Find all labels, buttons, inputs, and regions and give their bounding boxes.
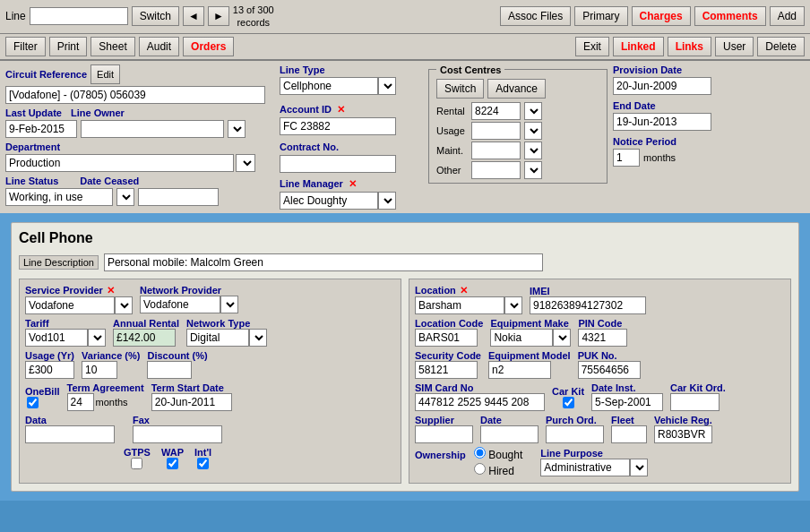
line-manager-input[interactable] [280, 192, 378, 210]
last-update-input[interactable] [5, 120, 77, 138]
rental-select[interactable] [524, 102, 542, 120]
tariff-input[interactable] [25, 329, 88, 347]
fax-input[interactable] [133, 425, 222, 443]
line-manager-x[interactable]: ✕ [347, 178, 358, 190]
line-manager-select[interactable] [378, 192, 396, 210]
location-select[interactable] [504, 296, 522, 314]
exit-button[interactable]: Exit [575, 37, 609, 56]
charges-button[interactable]: Charges [632, 6, 691, 26]
security-code-input[interactable] [415, 361, 478, 379]
date-input[interactable] [480, 425, 539, 443]
fleet-input[interactable] [611, 425, 647, 443]
annual-rental-input[interactable] [113, 329, 176, 347]
line-type-select[interactable] [378, 77, 396, 95]
data-input[interactable] [25, 425, 115, 443]
line-purpose-select[interactable] [630, 459, 648, 476]
location-x[interactable]: ✕ [458, 285, 470, 296]
line-status-label: Line Status [5, 176, 58, 186]
purch-ord-input[interactable] [546, 425, 604, 443]
filter-button[interactable]: Filter [5, 37, 46, 56]
puk-no-input[interactable] [578, 361, 641, 379]
imei-input[interactable] [530, 296, 646, 314]
network-type-select[interactable] [249, 329, 267, 347]
contract-no-input[interactable] [280, 155, 396, 173]
service-provider-x[interactable]: ✕ [105, 285, 116, 296]
vehicle-reg-input[interactable] [654, 425, 712, 443]
term-start-input[interactable] [151, 393, 232, 411]
onebill-checkbox[interactable] [27, 397, 39, 408]
car-kit-ord-input[interactable] [670, 393, 720, 411]
equipment-make-input[interactable] [490, 329, 553, 347]
line-input[interactable] [30, 7, 128, 25]
equipment-model-input[interactable] [488, 361, 551, 379]
location-input[interactable] [415, 296, 504, 314]
service-provider-input[interactable] [25, 296, 115, 314]
tariff-select[interactable] [88, 329, 106, 347]
gtps-checkbox[interactable] [131, 458, 142, 469]
links-button[interactable]: Links [668, 37, 711, 56]
equipment-make-select[interactable] [553, 329, 571, 347]
line-purpose-input[interactable] [540, 459, 630, 476]
line-status-select[interactable] [116, 188, 134, 206]
prev-button[interactable]: ◄ [183, 6, 204, 26]
date-ceased-input[interactable] [138, 188, 219, 206]
other-select[interactable] [524, 161, 542, 179]
account-id-x[interactable]: ✕ [335, 104, 347, 116]
add-button[interactable]: Add [770, 6, 805, 26]
orders-button[interactable]: Orders [183, 37, 234, 56]
comments-button[interactable]: Comments [694, 6, 766, 26]
line-owner-select[interactable] [228, 120, 246, 138]
variance-input[interactable] [82, 361, 117, 379]
service-provider-select[interactable] [115, 296, 133, 314]
cost-centres-advance-button[interactable]: Advance [487, 79, 546, 99]
usage-yr-input[interactable] [25, 361, 74, 379]
cost-centres-switch-button[interactable]: Switch [436, 79, 484, 99]
assoc-files-button[interactable]: Assoc Files [500, 6, 571, 26]
print-button[interactable]: Print [49, 37, 88, 56]
maint-select[interactable] [524, 142, 542, 159]
line-owner-input[interactable] [81, 120, 224, 138]
user-button[interactable]: User [715, 37, 754, 56]
maint-input[interactable] [471, 142, 521, 159]
bought-radio[interactable] [474, 447, 486, 459]
usage-select[interactable] [524, 122, 542, 140]
date-inst-input[interactable] [591, 393, 663, 411]
notice-period-input[interactable] [613, 149, 640, 167]
usage-row: Usage [436, 122, 599, 140]
primary-button[interactable]: Primary [574, 6, 627, 26]
delete-button[interactable]: Delete [757, 37, 805, 56]
line-status-input[interactable] [5, 188, 113, 206]
account-id-input[interactable] [280, 117, 396, 135]
wap-checkbox[interactable] [167, 458, 178, 469]
line-type-input[interactable] [280, 77, 378, 95]
next-button[interactable]: ► [208, 6, 229, 26]
other-input[interactable] [471, 161, 521, 179]
line-desc-input[interactable] [104, 253, 543, 271]
pin-code-input[interactable] [578, 329, 627, 347]
network-provider-select[interactable] [220, 296, 238, 313]
puk-no-label: PUK No. [578, 350, 641, 361]
circuit-ref-input[interactable] [5, 86, 265, 104]
end-date-input[interactable] [613, 113, 711, 131]
network-provider-input[interactable] [140, 296, 220, 313]
rental-input[interactable] [471, 102, 521, 120]
switch-button[interactable]: Switch [132, 6, 179, 26]
car-kit-checkbox[interactable] [563, 397, 574, 408]
network-type-input[interactable] [186, 329, 249, 347]
provision-date-input[interactable] [613, 77, 711, 95]
sheet-button[interactable]: Sheet [90, 37, 134, 56]
discount-input[interactable] [147, 361, 192, 379]
department-input[interactable] [5, 154, 234, 172]
circuit-ref-edit-button[interactable]: Edit [90, 64, 120, 84]
sim-card-input[interactable] [415, 393, 545, 411]
location-code-input[interactable] [415, 329, 478, 347]
location-group: Location ✕ [415, 285, 522, 314]
usage-input[interactable] [471, 122, 521, 140]
intl-checkbox[interactable] [197, 458, 209, 469]
department-select[interactable] [236, 154, 255, 172]
hired-radio[interactable] [474, 463, 486, 475]
linked-button[interactable]: Linked [613, 37, 664, 56]
supplier-input[interactable] [415, 425, 473, 443]
audit-button[interactable]: Audit [139, 37, 179, 56]
term-agreement-input[interactable] [67, 393, 94, 411]
